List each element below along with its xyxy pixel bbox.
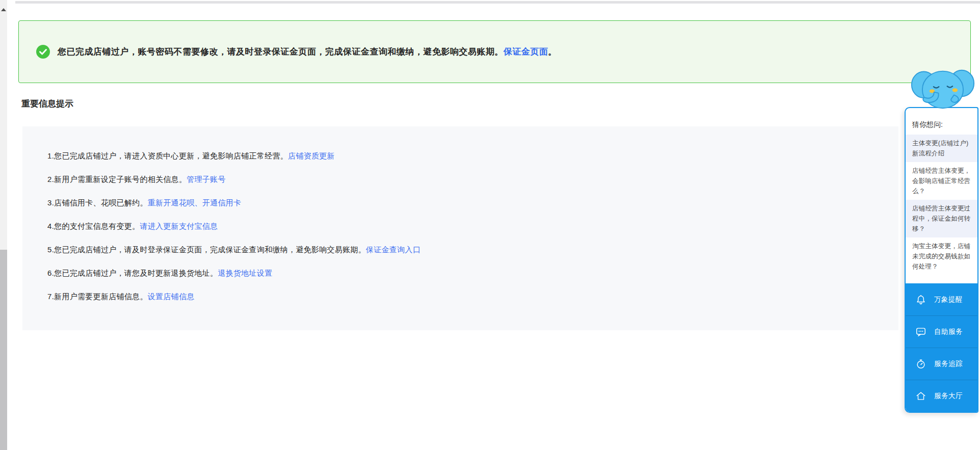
notice-text: 6.您已完成店铺过户，请您及时更新退换货地址。 — [47, 269, 218, 277]
action-button-home[interactable]: 服务大厅 — [906, 380, 977, 412]
action-label: 服务大厅 — [934, 391, 963, 401]
notice-box: 1.您已完成店铺过户，请进入资质中心更新，避免影响店铺正常经营。店铺资质更新2.… — [22, 126, 898, 330]
notice-item: 7.新用户需要更新店铺信息。设置店铺信息 — [47, 292, 878, 301]
notice-link[interactable]: 开通信用卡 — [202, 198, 242, 207]
scroll-up-arrow-icon[interactable] — [1, 8, 6, 11]
notice-link[interactable]: 退换货地址设置 — [218, 269, 272, 277]
notice-item: 6.您已完成店铺过户，请您及时更新退换货地址。退换货地址设置 — [47, 269, 878, 278]
question-list: 主体变更(店铺过户)新流程介绍店铺经营主体变更，会影响店铺正常经营么？店铺经营主… — [906, 135, 977, 275]
notice-text: 1.您已完成店铺过户，请进入资质中心更新，避免影响店铺正常经营。 — [47, 151, 288, 160]
notice-link[interactable]: 请进入更新支付宝信息 — [140, 222, 218, 230]
banner-suffix: 。 — [548, 47, 558, 57]
question-item[interactable]: 主体变更(店铺过户)新流程介绍 — [906, 135, 977, 162]
assistant-panel: 猜你想问: 主体变更(店铺过户)新流程介绍店铺经营主体变更，会影响店铺正常经营么… — [905, 107, 978, 413]
action-button-bell[interactable]: 万象提醒 — [906, 283, 977, 315]
link-separator: 、 — [195, 198, 202, 207]
vertical-scrollbar[interactable] — [0, 0, 7, 450]
action-button-stopwatch[interactable]: 服务追踪 — [906, 348, 977, 380]
notice-link[interactable]: 重新开通花呗 — [148, 198, 195, 207]
page: 您已完成店铺过户，账号密码不需要修改，请及时登录保证金页面，完成保证金查询和缴纳… — [0, 0, 980, 450]
notice-item: 5.您已完成店铺过户，请及时登录保证金页面，完成保证金查询和缴纳，避免影响交易账… — [47, 245, 878, 254]
notice-link[interactable]: 管理子账号 — [187, 175, 226, 183]
notice-item: 1.您已完成店铺过户，请进入资质中心更新，避免影响店铺正常经营。店铺资质更新 — [47, 151, 878, 161]
bell-icon — [915, 294, 926, 305]
assistant-header: 猜你想问: — [906, 108, 977, 135]
notice-text: 3.店铺信用卡、花呗已解约。 — [47, 198, 148, 207]
notice-text: 7.新用户需要更新店铺信息。 — [47, 292, 148, 301]
notice-link[interactable]: 设置店铺信息 — [148, 292, 195, 301]
banner-deposit-page-link[interactable]: 保证金页面 — [504, 47, 548, 57]
notice-text: 5.您已完成店铺过户，请及时登录保证金页面，完成保证金查询和缴纳，避免影响交易账… — [47, 245, 366, 254]
horizontal-scrollbar[interactable] — [15, 1, 980, 4]
banner-text: 您已完成店铺过户，账号密码不需要修改，请及时登录保证金页面，完成保证金查询和缴纳… — [58, 47, 504, 57]
success-check-icon — [36, 45, 50, 59]
action-label: 服务追踪 — [934, 359, 963, 368]
notice-list: 1.您已完成店铺过户，请进入资质中心更新，避免影响店铺正常经营。店铺资质更新2.… — [47, 151, 878, 301]
notice-text: 2.新用户需重新设定子账号的相关信息。 — [47, 175, 187, 183]
notice-text: 4.您的支付宝信息有变更。 — [47, 222, 140, 230]
stopwatch-icon — [915, 358, 926, 369]
notice-item: 2.新用户需重新设定子账号的相关信息。管理子账号 — [47, 175, 878, 184]
notice-item: 3.店铺信用卡、花呗已解约。重新开通花呗、开通信用卡 — [47, 198, 878, 207]
question-item[interactable]: 店铺经营主体变更过程中，保证金如何转移？ — [906, 200, 977, 237]
action-button-chat[interactable]: 自助服务 — [906, 315, 977, 348]
home-icon — [915, 390, 926, 402]
success-banner: 您已完成店铺过户，账号密码不需要修改，请及时登录保证金页面，完成保证金查询和缴纳… — [18, 20, 971, 83]
action-label: 自助服务 — [934, 327, 963, 336]
notice-link[interactable]: 店铺资质更新 — [288, 151, 335, 160]
chat-icon — [915, 326, 926, 337]
section-title: 重要信息提示 — [21, 98, 73, 110]
notice-link[interactable]: 保证金查询入口 — [366, 245, 420, 254]
vertical-scrollbar-thumb[interactable] — [0, 250, 7, 450]
question-item[interactable]: 淘宝主体变更，店铺未完成的交易钱款如何处理？ — [906, 237, 977, 275]
action-list: 万象提醒自助服务服务追踪服务大厅 — [906, 283, 977, 412]
elephant-mascot-icon[interactable] — [910, 67, 975, 111]
question-item[interactable]: 店铺经营主体变更，会影响店铺正常经营么？ — [906, 162, 977, 200]
action-label: 万象提醒 — [934, 295, 963, 304]
notice-item: 4.您的支付宝信息有变更。请进入更新支付宝信息 — [47, 222, 878, 231]
